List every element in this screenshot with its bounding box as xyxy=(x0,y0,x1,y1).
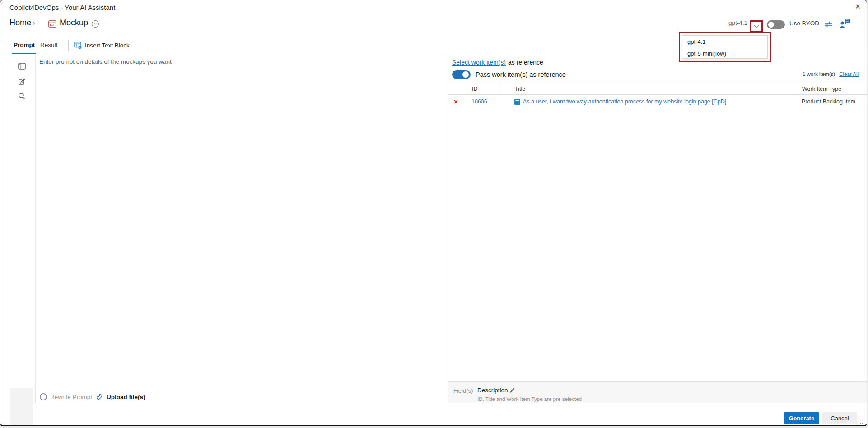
title-column-header: Title xyxy=(499,83,794,94)
pass-work-items-toggle[interactable] xyxy=(452,70,471,79)
content-bottom-divider xyxy=(35,403,867,403)
sidebar-panel-icon[interactable] xyxy=(18,62,26,70)
model-option-gpt-4-1[interactable]: gpt-4.1 xyxy=(682,36,767,47)
help-icon[interactable]: ? xyxy=(92,20,99,28)
close-icon[interactable]: ✕ xyxy=(855,2,861,11)
toggle-knob xyxy=(768,22,774,28)
fields-label: Field(s) xyxy=(453,387,473,394)
model-option-gpt-5-mini-low[interactable]: gpt-5-mini(low) xyxy=(682,47,767,59)
work-item-count: 1 work item(s) xyxy=(803,71,835,77)
select-work-items-suffix: as reference xyxy=(508,59,543,66)
breadcrumb-separator-icon: › xyxy=(33,19,35,27)
remove-column-header xyxy=(448,83,468,94)
byod-toggle[interactable] xyxy=(767,20,785,29)
selected-model-label: gpt-4.1 xyxy=(722,19,747,26)
model-dropdown-annotation: gpt-4.1 gpt-5-mini(low) xyxy=(679,32,771,62)
tab-prompt[interactable]: Prompt xyxy=(14,42,35,48)
mockup-icon xyxy=(48,20,56,28)
work-item-id-link[interactable]: 10606 xyxy=(471,99,487,105)
insert-text-block-button[interactable]: Insert Text Block xyxy=(85,42,130,49)
edit-fields-pencil-icon[interactable] xyxy=(509,387,515,394)
id-column-header: ID xyxy=(468,83,499,94)
resize-gripper-icon[interactable] xyxy=(857,419,863,424)
tab-separator xyxy=(68,40,69,51)
fields-value: Description xyxy=(477,387,508,394)
work-item-row: ✕ 10606 As a user, I want two way authen… xyxy=(448,94,867,109)
copilot4devops-dialog: Copilot4DevOps - Your AI Assistant ✕ Hom… xyxy=(0,0,867,426)
window-title: Copilot4DevOps - Your AI Assistant xyxy=(9,4,115,11)
feedback-person-icon[interactable] xyxy=(839,18,851,29)
rewrite-prompt-icon xyxy=(40,393,47,400)
insert-text-block-icon xyxy=(74,42,82,49)
paperclip-icon xyxy=(95,393,103,400)
clear-all-link[interactable]: Clear All xyxy=(839,71,859,77)
remove-work-item-button[interactable]: ✕ xyxy=(453,99,458,105)
work-item-type: Product Backlog Item xyxy=(802,99,855,105)
prompt-input[interactable] xyxy=(38,57,442,385)
fields-section: Field(s) Description ID, Title and Work … xyxy=(448,381,867,403)
toggle-knob xyxy=(462,71,469,78)
backlog-item-icon xyxy=(514,99,520,105)
select-work-items-link[interactable]: Select work item(s) xyxy=(452,59,506,66)
rewrite-prompt-button[interactable]: Rewrite Prompt xyxy=(50,394,92,400)
byod-label: Use BYOD xyxy=(789,20,819,27)
settings-sliders-icon[interactable] xyxy=(824,20,833,28)
cancel-button[interactable]: Cancel xyxy=(822,412,857,424)
work-item-table-header: ID Title Work Item Type xyxy=(448,83,867,95)
model-dropdown-button[interactable] xyxy=(750,20,763,33)
tab-result[interactable]: Result xyxy=(40,42,57,48)
rail-footer-block xyxy=(10,388,33,425)
work-item-title-link[interactable]: As a user, I want two way authentication… xyxy=(523,99,726,105)
chevron-down-icon xyxy=(754,25,759,28)
pass-work-items-label: Pass work item(s) as reference xyxy=(476,71,566,78)
page-title: Mockup xyxy=(60,18,88,28)
type-column-header: Work Item Type xyxy=(794,83,867,94)
prompt-panel: Rewrite Prompt Upload file(s) xyxy=(35,55,448,403)
active-tab-underline xyxy=(12,53,36,54)
generate-button[interactable]: Generate xyxy=(784,412,819,424)
fields-hint: ID, Title and Work Item Type are pre-sel… xyxy=(477,396,582,402)
model-dropdown-menu: gpt-4.1 gpt-5-mini(low) xyxy=(682,35,768,59)
search-icon[interactable] xyxy=(18,92,26,100)
compose-edit-icon[interactable] xyxy=(18,77,26,85)
upload-files-button[interactable]: Upload file(s) xyxy=(107,394,145,400)
breadcrumb-home[interactable]: Home xyxy=(9,18,31,28)
